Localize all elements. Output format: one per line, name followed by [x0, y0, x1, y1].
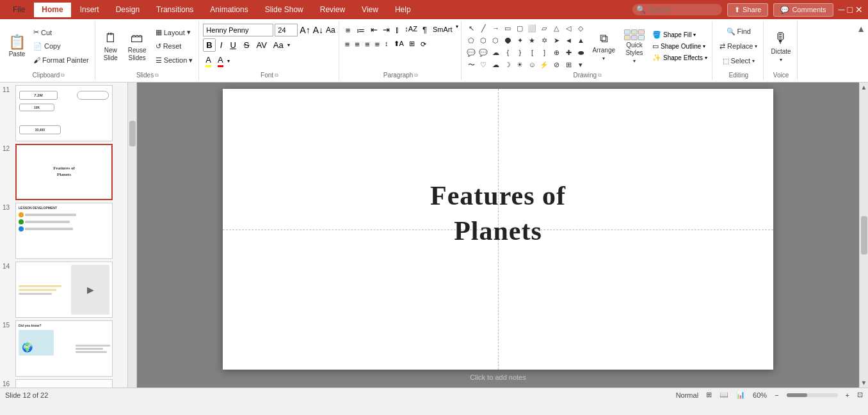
tab-view[interactable]: View: [354, 2, 386, 17]
copy-button[interactable]: 📄 Copy: [30, 40, 92, 52]
shape-bracket-left[interactable]: [: [526, 47, 538, 58]
decrease-font-button[interactable]: A↓: [312, 24, 324, 36]
font-label[interactable]: Font ⧉: [261, 70, 278, 79]
format-painter-button[interactable]: 🖌 Format Painter: [30, 54, 92, 67]
quick-styles-button[interactable]: QuickStyles ▾: [621, 26, 648, 67]
shape-custom[interactable]: ⊞: [563, 59, 574, 70]
slide-title[interactable]: Features ofPlanets: [338, 178, 658, 248]
clipboard-label[interactable]: Clipboard ⧉: [32, 70, 65, 79]
shape-flowchart[interactable]: ⬬: [575, 47, 586, 58]
shape-equation[interactable]: ⊕: [551, 47, 562, 58]
shape-lightning[interactable]: ⚡: [538, 59, 550, 70]
smartart-button[interactable]: ⟳: [418, 38, 429, 51]
reading-view-button[interactable]: 📖: [719, 391, 728, 399]
comments-button[interactable]: 💬 Comments: [773, 3, 833, 17]
shape-arrow-left[interactable]: ◄: [563, 35, 574, 46]
shape-arrow-up[interactable]: ▲: [575, 35, 586, 46]
slide-item-15[interactable]: 15 Did you know? 🌍: [3, 320, 125, 377]
maximize-button[interactable]: □: [848, 4, 853, 15]
find-button[interactable]: 🔍 Find: [723, 25, 754, 38]
slide-item-12[interactable]: 12 Features ofPlanets: [3, 144, 125, 200]
shape-diamond[interactable]: ◇: [575, 22, 586, 34]
shape-triangle[interactable]: △: [551, 22, 562, 34]
scroll-thumb[interactable]: [861, 216, 867, 254]
tab-file[interactable]: File: [5, 2, 33, 17]
increase-font-button[interactable]: A↑: [299, 24, 310, 36]
zoom-out-button[interactable]: −: [775, 391, 778, 399]
shape-effects-button[interactable]: ✨ Shape Effects ▾: [650, 53, 709, 63]
shape-cloud[interactable]: ☁: [490, 59, 501, 70]
shape-right-triangle[interactable]: ◁: [563, 22, 574, 34]
char-spacing-button[interactable]: AV: [253, 39, 269, 51]
section-button[interactable]: ☰ Section ▾: [152, 54, 197, 67]
replace-button[interactable]: ⇄ Replace ▾: [716, 40, 760, 52]
scroll-up-button[interactable]: ▲: [861, 84, 867, 91]
shape-star5[interactable]: ★: [526, 35, 538, 46]
slide-item-14[interactable]: 14 ▶: [3, 262, 125, 318]
cut-button[interactable]: ✂ Cut: [30, 26, 92, 39]
shape-heptagon[interactable]: ⬡: [490, 35, 501, 46]
tab-design[interactable]: Design: [108, 2, 147, 17]
bullets-button[interactable]: ≡: [343, 24, 353, 37]
normal-view-button[interactable]: Normal: [676, 391, 698, 399]
font-size-input[interactable]: [275, 24, 298, 36]
strikethrough-button[interactable]: S: [241, 38, 253, 52]
tab-animations[interactable]: Animations: [202, 2, 255, 17]
slide-canvas[interactable]: Features ofPlanets: [223, 89, 773, 370]
shape-callout-rect[interactable]: 💬: [465, 47, 477, 58]
slide-thumb-11[interactable]: 7.2M 10K 33,400: [15, 85, 113, 141]
font-color-button[interactable]: A: [215, 54, 226, 68]
shape-callout-cloud[interactable]: ☁: [490, 47, 501, 58]
align-left-button[interactable]: ≡: [343, 38, 352, 51]
voice-label[interactable]: Voice: [773, 70, 789, 79]
dec-indent-button[interactable]: ⇤: [369, 24, 380, 37]
slide-panel-scrollbar-thumb[interactable]: [129, 121, 136, 146]
align-right-button[interactable]: ≡: [363, 38, 372, 51]
slideshow-view-button[interactable]: ⊞: [706, 391, 712, 399]
underline-button[interactable]: U: [227, 38, 239, 52]
shapes-more-icon[interactable]: ▾: [575, 59, 586, 70]
slide-panel-scrollbar[interactable]: [128, 82, 137, 388]
scroll-down-button[interactable]: ▼: [861, 379, 867, 386]
tab-review[interactable]: Review: [312, 2, 353, 17]
show-formatting-button[interactable]: ¶: [421, 24, 429, 37]
ribbon-collapse-button[interactable]: ▲: [856, 21, 865, 80]
shape-fill-button[interactable]: 🪣 Shape Fill ▾: [650, 30, 709, 40]
editing-label[interactable]: Editing: [729, 70, 749, 79]
text-direction-button[interactable]: ⬆A: [392, 38, 406, 51]
shape-line[interactable]: ╱: [478, 22, 489, 34]
reset-button[interactable]: ↺ Reset: [152, 40, 197, 52]
align-center-button[interactable]: ≡: [353, 38, 362, 51]
shape-wave[interactable]: 〜: [465, 59, 477, 70]
shape-cross[interactable]: ✚: [563, 47, 574, 58]
convert-button[interactable]: SmArt: [430, 24, 455, 37]
arrange-button[interactable]: ⧉ Arrange ▾: [589, 26, 618, 67]
close-button[interactable]: ✕: [855, 4, 863, 15]
tab-home[interactable]: Home: [34, 1, 70, 17]
shape-rounded-rect[interactable]: ▢: [514, 22, 526, 34]
text-align-button[interactable]: ⊞: [407, 38, 417, 51]
notes-hint[interactable]: Click to add notes: [470, 373, 526, 381]
share-button[interactable]: ⬆ Share: [727, 3, 768, 17]
slide-thumb-12[interactable]: Features ofPlanets: [15, 144, 113, 200]
drawing-label[interactable]: Drawing ⧉: [573, 70, 602, 79]
slide-item-13[interactable]: 13 LESSON DEVELOPMENT: [3, 203, 125, 259]
slide-thumb-16[interactable]: — why do you think this? —: [15, 379, 113, 388]
paragraph-label[interactable]: Paragraph ⧉: [383, 70, 419, 79]
sort-button[interactable]: ↕AZ: [403, 24, 419, 37]
dictate-button[interactable]: 🎙 Dictate ▾: [768, 26, 794, 67]
columns-button[interactable]: ⫿: [393, 24, 401, 37]
paste-button[interactable]: 📋 Paste: [5, 26, 29, 67]
shape-rect[interactable]: ▭: [502, 22, 513, 34]
shape-bracket-right[interactable]: ]: [538, 47, 550, 58]
shape-brace-right[interactable]: }: [514, 47, 526, 58]
layout-button[interactable]: ▦ Layout ▾: [152, 26, 197, 39]
shape-heart[interactable]: ♡: [478, 59, 489, 70]
clear-format-button[interactable]: Aa: [325, 25, 336, 35]
zoom-in-button[interactable]: +: [846, 391, 849, 399]
search-input[interactable]: [648, 6, 712, 13]
presenter-view-button[interactable]: 📊: [736, 391, 745, 399]
new-slide-button[interactable]: 🗒 NewSlide: [99, 26, 122, 67]
text-case-button[interactable]: Aa: [271, 39, 286, 51]
shape-snip-rect[interactable]: ⬜: [526, 22, 538, 34]
